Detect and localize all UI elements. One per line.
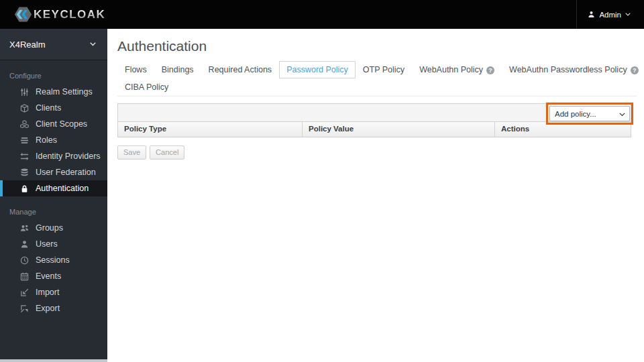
- exchange-icon: [19, 152, 29, 161]
- database-icon: [19, 168, 29, 177]
- sidebar-item-clients[interactable]: Clients: [0, 100, 107, 116]
- tab-otp-policy[interactable]: OTP Policy: [356, 61, 412, 78]
- tab-ciba-policy[interactable]: CIBA Policy: [117, 78, 176, 96]
- cancel-button[interactable]: Cancel: [150, 145, 184, 160]
- lock-icon: [19, 184, 29, 193]
- page-title: Authentication: [117, 38, 644, 55]
- export-icon: [19, 304, 29, 313]
- sidebar-item-label: Events: [36, 272, 61, 281]
- tab-webauthn-passwordless-policy[interactable]: WebAuthn Passwordless Policy?: [502, 61, 644, 78]
- tab-bar: Flows Bindings Required Actions Password…: [117, 61, 637, 97]
- sidebar-item-label: Identity Providers: [36, 152, 101, 161]
- tab-flows[interactable]: Flows: [117, 61, 154, 78]
- keycloak-hexagon-icon: [14, 6, 32, 23]
- user-icon: [19, 239, 29, 249]
- sidebar-item-label: Authentication: [36, 184, 89, 193]
- calendar-icon: [19, 272, 29, 281]
- main-content: Authentication Flows Bindings Required A…: [107, 29, 644, 362]
- keycloak-logo[interactable]: KEYCLOAK: [14, 6, 105, 23]
- table-toolbar: Add policy...: [117, 103, 631, 122]
- chevron-down-icon: [625, 13, 631, 16]
- tab-webauthn-policy[interactable]: WebAuthn Policy?: [412, 61, 502, 78]
- sidebar-item-label: Roles: [36, 135, 57, 145]
- realm-selector[interactable]: X4Realm: [0, 29, 107, 60]
- brand-text: KEYCLOAK: [34, 8, 105, 21]
- user-menu-label: Admin: [599, 11, 621, 19]
- sidebar-item-label: Import: [36, 288, 59, 297]
- sidebar-item-import[interactable]: Import: [0, 284, 107, 300]
- sidebar-item-label: User Federation: [36, 168, 96, 177]
- realm-name: X4Realm: [9, 40, 45, 50]
- sidebar-item-user-federation[interactable]: User Federation: [0, 164, 107, 180]
- form-buttons: Save Cancel: [117, 145, 644, 160]
- list-icon: [19, 135, 29, 145]
- cube-icon: [19, 103, 29, 113]
- question-circle-icon[interactable]: ?: [631, 66, 639, 74]
- sidebar-item-roles[interactable]: Roles: [0, 132, 107, 148]
- sidebar-item-authentication[interactable]: Authentication: [0, 180, 107, 196]
- top-bar: KEYCLOAK Admin: [0, 0, 644, 29]
- clock-icon: [19, 255, 29, 265]
- nav-section-configure: Configure: [9, 72, 107, 80]
- sidebar-item-groups[interactable]: Groups: [0, 220, 107, 236]
- user-icon: [588, 11, 595, 18]
- chevron-down-icon: [90, 42, 96, 46]
- manage-nav: Groups Users Sessions: [0, 220, 107, 316]
- sidebar-item-label: Users: [36, 239, 58, 249]
- question-circle-icon[interactable]: ?: [486, 66, 494, 74]
- column-header-policy-value: Policy Value: [302, 122, 494, 137]
- tab-bindings[interactable]: Bindings: [154, 61, 201, 78]
- sidebar-item-sessions[interactable]: Sessions: [0, 252, 107, 268]
- sliders-icon: [19, 87, 29, 97]
- sidebar-item-users[interactable]: Users: [0, 236, 107, 252]
- sidebar-item-label: Client Scopes: [36, 119, 87, 129]
- configure-nav: Realm Settings Clients Client Scopes: [0, 84, 107, 196]
- groups-icon: [19, 223, 29, 233]
- sidebar-item-label: Clients: [36, 103, 61, 113]
- sidebar-item-identity-providers[interactable]: Identity Providers: [0, 148, 107, 164]
- highlight-annotation-box: Add policy...: [546, 103, 633, 125]
- column-header-policy-type: Policy Type: [118, 122, 302, 137]
- tab-required-actions[interactable]: Required Actions: [201, 61, 280, 78]
- import-icon: [19, 288, 29, 297]
- sidebar-bottom-strip: [0, 359, 107, 362]
- sidebar-item-client-scopes[interactable]: Client Scopes: [0, 116, 107, 132]
- password-policy-panel: Add policy... Policy Type Policy Value A…: [117, 103, 631, 137]
- sidebar: X4Realm Configure Realm Settings Clients: [0, 29, 107, 359]
- save-button[interactable]: Save: [117, 145, 146, 160]
- nav-section-manage: Manage: [9, 208, 107, 216]
- sidebar-item-export[interactable]: Export: [0, 300, 107, 316]
- sidebar-item-label: Sessions: [36, 255, 70, 265]
- sidebar-item-label: Export: [36, 304, 60, 313]
- user-menu[interactable]: Admin: [576, 0, 644, 29]
- tab-password-policy[interactable]: Password Policy: [279, 61, 356, 78]
- sidebar-item-realm-settings[interactable]: Realm Settings: [0, 84, 107, 100]
- add-policy-select[interactable]: Add policy...: [549, 106, 630, 121]
- cubes-icon: [19, 119, 29, 129]
- sidebar-item-label: Groups: [36, 223, 63, 233]
- sidebar-item-events[interactable]: Events: [0, 268, 107, 284]
- sidebar-item-label: Realm Settings: [36, 87, 93, 97]
